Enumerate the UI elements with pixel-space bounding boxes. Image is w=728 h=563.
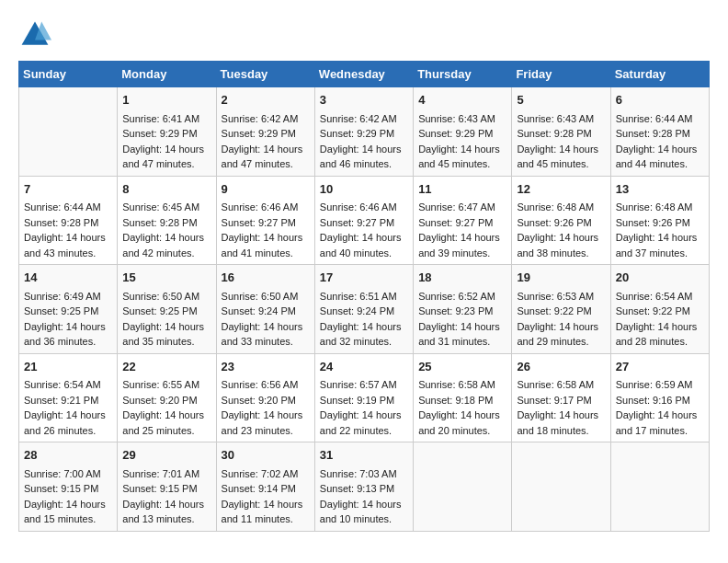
sunset-text: Sunset: 9:27 PM — [320, 215, 408, 231]
sunrise-text: Sunrise: 7:00 AM — [24, 466, 112, 482]
day-number: 30 — [222, 446, 310, 465]
calendar-cell: 17Sunrise: 6:51 AMSunset: 9:24 PMDayligh… — [314, 265, 413, 354]
day-number: 18 — [418, 269, 506, 287]
calendar-cell: 24Sunrise: 6:57 AMSunset: 9:19 PMDayligh… — [314, 353, 413, 442]
sunrise-text: Sunrise: 6:42 AM — [222, 111, 310, 127]
calendar-cell: 7Sunrise: 6:44 AMSunset: 9:28 PMDaylight… — [19, 176, 118, 265]
calendar-table: Sunday Monday Tuesday Wednesday Thursday… — [18, 61, 710, 532]
sunset-text: Sunset: 9:27 PM — [222, 215, 310, 231]
daylight-text: Daylight: 14 hours and 17 minutes. — [616, 408, 704, 438]
daylight-text: Daylight: 14 hours and 26 minutes. — [24, 408, 112, 438]
sunset-text: Sunset: 9:18 PM — [418, 393, 506, 408]
page-header — [18, 18, 710, 52]
sunset-text: Sunset: 9:29 PM — [222, 126, 310, 142]
day-number: 26 — [517, 358, 605, 376]
col-tuesday: Tuesday — [216, 62, 314, 87]
calendar-cell: 11Sunrise: 6:47 AMSunset: 9:27 PMDayligh… — [414, 176, 512, 265]
daylight-text: Daylight: 14 hours and 43 minutes. — [24, 230, 112, 260]
calendar-week-row: 1Sunrise: 6:41 AMSunset: 9:29 PMDaylight… — [19, 87, 710, 177]
sunrise-text: Sunrise: 6:54 AM — [616, 289, 704, 304]
calendar-cell: 14Sunrise: 6:49 AMSunset: 9:25 PMDayligh… — [19, 265, 118, 354]
day-number: 22 — [122, 358, 210, 376]
sunset-text: Sunset: 9:24 PM — [320, 304, 408, 319]
sunrise-text: Sunrise: 6:55 AM — [122, 377, 210, 393]
daylight-text: Daylight: 14 hours and 35 minutes. — [122, 319, 210, 350]
sunset-text: Sunset: 9:22 PM — [616, 304, 704, 319]
day-number: 29 — [122, 446, 210, 465]
day-number: 24 — [320, 358, 408, 376]
day-number: 6 — [616, 91, 704, 109]
calendar-cell — [19, 87, 118, 177]
day-number: 23 — [222, 358, 310, 376]
sunset-text: Sunset: 9:27 PM — [418, 215, 506, 231]
sunrise-text: Sunrise: 6:49 AM — [24, 289, 112, 304]
sunrise-text: Sunrise: 6:50 AM — [222, 289, 310, 304]
day-number: 21 — [24, 358, 112, 376]
daylight-text: Daylight: 14 hours and 11 minutes. — [222, 497, 310, 527]
sunrise-text: Sunrise: 6:48 AM — [616, 200, 704, 215]
logo-icon — [18, 18, 51, 52]
daylight-text: Daylight: 14 hours and 13 minutes. — [122, 497, 210, 527]
daylight-text: Daylight: 14 hours and 40 minutes. — [320, 230, 408, 260]
calendar-cell: 21Sunrise: 6:54 AMSunset: 9:21 PMDayligh… — [19, 353, 118, 442]
sunrise-text: Sunrise: 6:51 AM — [320, 289, 408, 304]
calendar-cell — [610, 442, 709, 532]
daylight-text: Daylight: 14 hours and 10 minutes. — [320, 497, 408, 527]
sunset-text: Sunset: 9:29 PM — [320, 126, 408, 142]
sunset-text: Sunset: 9:28 PM — [517, 126, 605, 142]
sunrise-text: Sunrise: 6:47 AM — [418, 200, 506, 215]
sunrise-text: Sunrise: 6:56 AM — [222, 377, 310, 393]
col-sunday: Sunday — [19, 62, 118, 87]
sunset-text: Sunset: 9:21 PM — [24, 393, 112, 408]
daylight-text: Daylight: 14 hours and 45 minutes. — [517, 142, 605, 172]
day-number: 27 — [616, 358, 704, 376]
calendar-cell — [512, 442, 610, 532]
sunset-text: Sunset: 9:15 PM — [24, 481, 112, 497]
sunset-text: Sunset: 9:19 PM — [320, 393, 408, 408]
calendar-cell: 27Sunrise: 6:59 AMSunset: 9:16 PMDayligh… — [610, 353, 709, 442]
day-number: 14 — [24, 269, 112, 287]
calendar-cell: 3Sunrise: 6:42 AMSunset: 9:29 PMDaylight… — [314, 87, 413, 177]
sunrise-text: Sunrise: 6:58 AM — [517, 377, 605, 393]
sunset-text: Sunset: 9:20 PM — [222, 393, 310, 408]
calendar-cell: 4Sunrise: 6:43 AMSunset: 9:29 PMDaylight… — [414, 87, 512, 177]
daylight-text: Daylight: 14 hours and 42 minutes. — [122, 230, 210, 260]
calendar-cell: 5Sunrise: 6:43 AMSunset: 9:28 PMDaylight… — [512, 87, 610, 177]
daylight-text: Daylight: 14 hours and 46 minutes. — [320, 142, 408, 172]
calendar-cell: 20Sunrise: 6:54 AMSunset: 9:22 PMDayligh… — [610, 265, 709, 354]
day-number: 19 — [517, 269, 605, 287]
sunrise-text: Sunrise: 6:52 AM — [418, 289, 506, 304]
calendar-cell: 26Sunrise: 6:58 AMSunset: 9:17 PMDayligh… — [512, 353, 610, 442]
calendar-cell: 9Sunrise: 6:46 AMSunset: 9:27 PMDaylight… — [216, 176, 314, 265]
calendar-cell: 1Sunrise: 6:41 AMSunset: 9:29 PMDaylight… — [118, 87, 216, 177]
sunrise-text: Sunrise: 7:01 AM — [122, 466, 210, 482]
calendar-cell — [414, 442, 512, 532]
sunset-text: Sunset: 9:20 PM — [122, 393, 210, 408]
sunset-text: Sunset: 9:26 PM — [517, 215, 605, 231]
calendar-cell: 12Sunrise: 6:48 AMSunset: 9:26 PMDayligh… — [512, 176, 610, 265]
daylight-text: Daylight: 14 hours and 47 minutes. — [222, 142, 310, 172]
day-number: 1 — [122, 91, 210, 109]
calendar-cell: 15Sunrise: 6:50 AMSunset: 9:25 PMDayligh… — [118, 265, 216, 354]
daylight-text: Daylight: 14 hours and 22 minutes. — [320, 408, 408, 438]
daylight-text: Daylight: 14 hours and 28 minutes. — [616, 319, 704, 350]
sunrise-text: Sunrise: 6:46 AM — [222, 200, 310, 215]
day-number: 10 — [320, 180, 408, 199]
sunset-text: Sunset: 9:13 PM — [320, 481, 408, 497]
day-number: 20 — [616, 269, 704, 287]
daylight-text: Daylight: 14 hours and 39 minutes. — [418, 230, 506, 260]
calendar-week-row: 7Sunrise: 6:44 AMSunset: 9:28 PMDaylight… — [19, 176, 710, 265]
calendar-cell: 22Sunrise: 6:55 AMSunset: 9:20 PMDayligh… — [118, 353, 216, 442]
daylight-text: Daylight: 14 hours and 25 minutes. — [122, 408, 210, 438]
sunrise-text: Sunrise: 6:43 AM — [517, 111, 605, 127]
sunset-text: Sunset: 9:25 PM — [24, 304, 112, 319]
sunrise-text: Sunrise: 6:44 AM — [616, 111, 704, 127]
day-number: 5 — [517, 91, 605, 109]
sunset-text: Sunset: 9:29 PM — [418, 126, 506, 142]
sunrise-text: Sunrise: 6:54 AM — [24, 377, 112, 393]
daylight-text: Daylight: 14 hours and 31 minutes. — [418, 319, 506, 350]
sunrise-text: Sunrise: 6:43 AM — [418, 111, 506, 127]
day-number: 11 — [418, 180, 506, 199]
sunset-text: Sunset: 9:28 PM — [122, 215, 210, 231]
calendar-cell: 18Sunrise: 6:52 AMSunset: 9:23 PMDayligh… — [414, 265, 512, 354]
